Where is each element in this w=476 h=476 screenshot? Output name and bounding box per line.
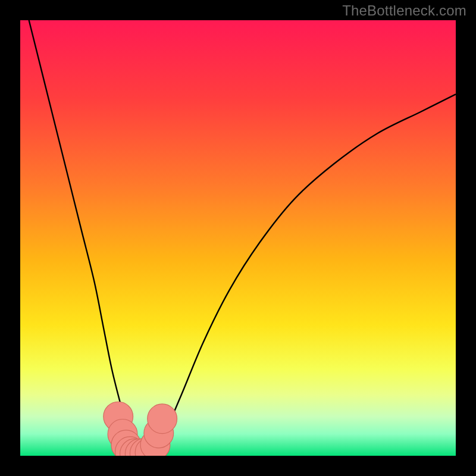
bottleneck-curve — [29, 20, 456, 454]
plot-area — [20, 20, 456, 456]
marker-dot — [148, 404, 177, 434]
floor-markers — [104, 402, 177, 456]
curve-layer — [20, 20, 456, 456]
chart-frame: TheBottleneck.com — [0, 0, 476, 476]
watermark-text: TheBottleneck.com — [342, 2, 466, 19]
